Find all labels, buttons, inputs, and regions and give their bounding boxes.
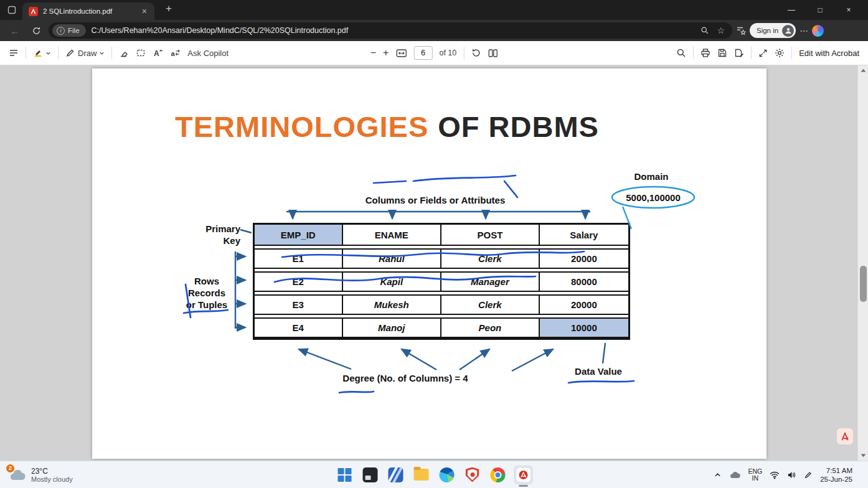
table-cell-highlighted: 10000 [540, 319, 628, 337]
read-aloud-icon[interactable]: A [153, 48, 163, 58]
table-cell: Mukesh [343, 296, 441, 314]
taskbar-app-terminal-icon[interactable] [362, 466, 379, 484]
file-chip-label: File [68, 27, 80, 34]
pdf-page: TERMINOLOGIESOF RDBMS Columns or Fields … [92, 68, 767, 459]
window-close-button[interactable]: × [834, 1, 863, 19]
zoom-out-button[interactable]: − [370, 47, 376, 59]
header-cell: Salary [540, 225, 628, 245]
tab-close-icon[interactable]: × [139, 6, 149, 16]
ask-copilot-button[interactable]: Ask Copilot [187, 49, 229, 58]
table-cell: E1 [255, 250, 343, 268]
taskbar-clock[interactable]: 7:51 AM 25-Jun-25 [820, 466, 852, 484]
taskbar-date: 25-Jun-25 [820, 475, 852, 484]
zoom-indicator-icon[interactable] [701, 26, 709, 35]
weather-condition: Mostly cloudy [31, 476, 73, 483]
edge-browser-icon[interactable] [438, 466, 456, 484]
acrobat-app-icon[interactable] [515, 466, 532, 484]
edit-with-acrobat-button[interactable]: Edit with Acrobat [799, 49, 859, 58]
hidden-icons-chevron[interactable] [714, 471, 722, 479]
toc-menu-icon[interactable] [9, 48, 19, 58]
primary-key-label: Primary Key [192, 223, 240, 246]
settings-gear-icon[interactable] [775, 48, 785, 58]
print-icon[interactable] [701, 48, 710, 58]
text-select-tool-icon[interactable] [136, 48, 146, 58]
table-cell: Rahul [343, 250, 441, 268]
window-maximize-button[interactable]: □ [806, 1, 834, 19]
table-row: E4 Manoj Peon 10000 [255, 317, 628, 338]
open-external-icon[interactable] [758, 49, 768, 58]
file-explorer-icon[interactable] [413, 466, 430, 484]
save-icon[interactable] [717, 48, 727, 58]
domain-label: Domain [634, 171, 668, 182]
search-icon[interactable] [676, 48, 686, 58]
start-button[interactable] [336, 466, 354, 484]
language-indicator[interactable]: ENG IN [748, 468, 762, 482]
wifi-icon[interactable] [770, 471, 780, 479]
columns-label: Columns or Fields or Attributes [366, 195, 505, 205]
profile-avatar[interactable] [782, 25, 794, 37]
page-info-icon[interactable]: i [57, 27, 65, 35]
page-view-icon[interactable] [488, 49, 498, 58]
table-cell: Kapil [343, 273, 441, 291]
vertical-scrollbar[interactable] [857, 65, 868, 461]
domain-value: 5000,100000 [626, 192, 681, 203]
page-number-input[interactable] [413, 46, 432, 60]
tab-title: 2 SQLintroduction.pdf [43, 7, 134, 15]
draw-tool-button[interactable]: Draw [65, 48, 105, 58]
add-favorite-star-icon[interactable]: ☆ [717, 26, 725, 35]
zoom-in-button[interactable]: + [383, 47, 389, 59]
table-cell: E3 [255, 296, 343, 314]
rdbms-table: EMP_ID ENAME POST Salary E1 Rahul Clerk … [253, 223, 630, 340]
url-field[interactable]: i File C:/Users/Rehan%20Ansari/Desktop/M… [49, 22, 732, 39]
taskbar-app-blue-icon[interactable] [387, 466, 405, 484]
onedrive-cloud-icon[interactable] [729, 471, 740, 479]
volume-icon[interactable] [787, 471, 796, 479]
new-tab-button[interactable]: + [161, 1, 177, 16]
window-minimize-button[interactable]: — [777, 1, 806, 19]
scrollbar-thumb[interactable] [860, 266, 867, 302]
scroll-down-icon[interactable] [858, 451, 868, 461]
table-cell: Manager [441, 273, 540, 291]
file-scheme-chip[interactable]: i File [52, 24, 86, 37]
active-app-indicator [519, 485, 528, 487]
pen-icon[interactable] [804, 471, 813, 479]
table-cell: 80000 [540, 273, 628, 291]
scroll-up-icon[interactable] [858, 65, 868, 75]
slide-title-accent: TERMINOLOGIES [175, 110, 428, 143]
header-cell: EMP_ID [255, 225, 343, 245]
page-count-label: of 10 [439, 49, 456, 57]
acrobat-promo-button[interactable] [837, 428, 853, 444]
translate-icon[interactable]: a [170, 48, 181, 58]
ask-copilot-label: Ask Copilot [187, 49, 229, 58]
taskbar-time: 7:51 AM [820, 466, 852, 475]
slide-title-rest: OF RDBMS [438, 110, 599, 143]
browser-menu-icon[interactable]: ⋯ [800, 26, 808, 35]
rotate-icon[interactable] [471, 48, 481, 58]
copilot-icon[interactable] [812, 25, 824, 37]
browser-tab[interactable]: 2 SQLintroduction.pdf × [22, 2, 154, 20]
table-row: E3 Mukesh Clerk 20000 [255, 294, 628, 315]
table-cell: E4 [255, 319, 343, 337]
url-text[interactable]: C:/Users/Rehan%20Ansari/Desktop/MindC/SQ… [92, 26, 696, 35]
highlight-tool-button[interactable] [33, 48, 51, 58]
header-cell: ENAME [343, 225, 441, 245]
draw-label: Draw [78, 49, 97, 58]
erase-tool-icon[interactable] [119, 48, 129, 58]
chrome-browser-icon[interactable] [489, 466, 507, 484]
weather-cloud-icon: 2 [7, 467, 26, 483]
sign-in-button[interactable]: Sign in [750, 23, 796, 38]
back-icon[interactable]: ← [6, 26, 24, 36]
tab-actions-icon[interactable] [7, 6, 16, 14]
refresh-icon[interactable] [27, 26, 45, 35]
favorites-bar-icon[interactable] [736, 26, 746, 35]
weather-temperature: 23°C [31, 467, 73, 476]
save-as-icon[interactable] [734, 48, 744, 58]
table-cell: 20000 [540, 296, 628, 314]
security-shield-icon[interactable] [464, 466, 481, 484]
table-cell: Peon [441, 319, 540, 337]
fit-to-width-icon[interactable] [395, 49, 407, 58]
weather-widget[interactable]: 2 23°C Mostly cloudy [0, 467, 73, 483]
weather-badge: 2 [6, 464, 14, 472]
rows-records-label: Rows Records or Tuples [177, 275, 237, 311]
table-row: E1 Rahul Clerk 20000 [255, 248, 628, 269]
